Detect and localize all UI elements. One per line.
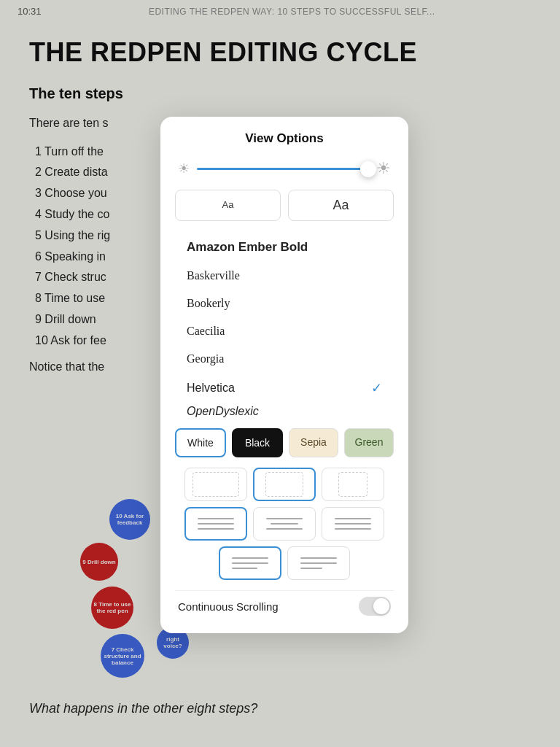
align-left-icon (198, 518, 234, 530)
font-item-amazon-ember-bold[interactable]: Amazon Ember Bold (175, 233, 394, 262)
align-left-button[interactable] (184, 507, 247, 541)
brightness-row: ☀ ☀ (175, 159, 394, 178)
theme-green-label: Green (355, 436, 384, 448)
font-size-large-button[interactable]: Aa (288, 190, 394, 221)
theme-row: White Black Sepia Green (175, 428, 394, 457)
continuous-scrolling-toggle[interactable] (359, 597, 391, 616)
font-size-large-label: Aa (332, 198, 349, 212)
font-item-georgia[interactable]: Georgia (175, 345, 394, 373)
theme-black-button[interactable]: Black (232, 428, 283, 457)
align-center-icon (266, 518, 303, 530)
font-list: Amazon Ember Bold Baskerville Bookerly C… (175, 233, 394, 418)
theme-green-button[interactable]: Green (344, 428, 394, 457)
sun-large-icon: ☀ (376, 159, 391, 178)
justify-full-icon (300, 557, 337, 569)
sun-small-icon: ☀ (178, 160, 190, 177)
font-size-row: Aa Aa (175, 190, 394, 221)
font-name: Helvetica (187, 382, 235, 395)
continuous-scrolling-row: Continuous Scrolling (175, 590, 394, 619)
checkmark-icon: ✓ (371, 380, 382, 396)
align-right-icon (335, 518, 371, 530)
font-item-opendyslexic[interactable]: OpenDyslexic (175, 403, 394, 418)
font-name: Caecilia (187, 325, 225, 338)
font-item-baskerville[interactable]: Baskerville (175, 262, 394, 290)
font-item-caecilia[interactable]: Caecilia (175, 317, 394, 345)
alignment-row (175, 507, 394, 541)
toggle-knob (373, 598, 389, 614)
font-name: Georgia (187, 352, 224, 365)
brightness-slider-thumb[interactable] (360, 161, 376, 177)
theme-white-button[interactable]: White (175, 428, 226, 457)
theme-sepia-label: Sepia (300, 436, 327, 448)
justify-row (175, 546, 394, 580)
align-center-button[interactable] (253, 507, 316, 541)
font-name: OpenDyslexic (187, 405, 259, 418)
margin-row-1 (175, 468, 394, 501)
margin-medium-button[interactable] (253, 468, 316, 501)
font-item-helvetica[interactable]: Helvetica ✓ (175, 373, 394, 403)
modal-title: View Options (175, 131, 394, 146)
font-size-small-button[interactable]: Aa (175, 190, 281, 221)
theme-sepia-button[interactable]: Sepia (289, 428, 338, 457)
brightness-slider-track[interactable] (197, 168, 369, 170)
font-name: Amazon Ember Bold (187, 240, 308, 255)
font-item-bookerly[interactable]: Bookerly (175, 290, 394, 317)
layout-section (175, 468, 394, 580)
justify-full-button[interactable] (287, 546, 350, 580)
font-item-opendyslexic-partial[interactable]: OpenDyslexic (175, 403, 394, 418)
font-size-small-label: Aa (222, 199, 234, 210)
view-options-modal: View Options ☀ ☀ Aa Aa Amazon Ember Bold… (160, 117, 408, 633)
justify-button[interactable] (219, 546, 281, 580)
align-right-button[interactable] (322, 507, 384, 541)
font-name: Baskerville (187, 269, 240, 282)
font-name: Bookerly (187, 297, 230, 310)
margin-wide-button[interactable] (322, 468, 384, 501)
theme-black-label: Black (245, 437, 270, 449)
theme-white-label: White (187, 437, 214, 449)
margin-narrow-button[interactable] (184, 468, 247, 501)
continuous-scrolling-label: Continuous Scrolling (178, 600, 279, 613)
justify-icon (232, 557, 268, 569)
